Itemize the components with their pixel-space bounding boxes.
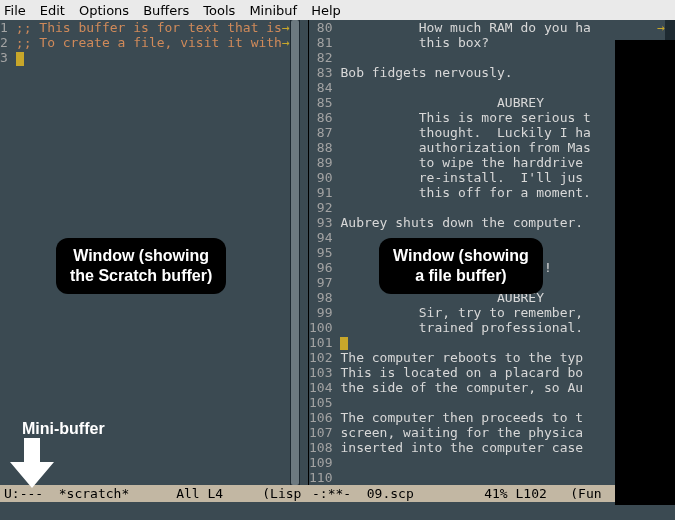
- left-scrollbar-thumb[interactable]: [291, 20, 299, 485]
- annotation-left-line1: Window (showing: [70, 246, 212, 266]
- text-line[interactable]: ;; This buffer is for text that is→: [16, 20, 290, 35]
- wrap-indicator-icon: →: [657, 20, 665, 35]
- annotation-right-line2: a file buffer): [393, 266, 529, 286]
- text-line[interactable]: ;; To create a file, visit it with→: [16, 35, 290, 50]
- left-gutter: 123: [0, 20, 16, 485]
- menu-edit[interactable]: Edit: [40, 3, 65, 18]
- workspace: 123 ;; This buffer is for text that is→;…: [0, 20, 675, 485]
- text-line[interactable]: How much RAM do you ha→: [340, 20, 665, 35]
- scratch-window[interactable]: 123 ;; This buffer is for text that is→;…: [0, 20, 308, 485]
- left-scrollbar[interactable]: [290, 20, 300, 485]
- annotation-right-line1: Window (showing: [393, 246, 529, 266]
- menu-tools[interactable]: Tools: [203, 3, 235, 18]
- minibuffer[interactable]: M-x screenwriter-mo: [0, 502, 675, 520]
- menu-help[interactable]: Help: [311, 3, 341, 18]
- arrow-down-icon: [10, 438, 54, 488]
- menu-options[interactable]: Options: [79, 3, 129, 18]
- black-strip: [615, 40, 675, 505]
- mode-lines: U:--- *scratch* All L4 (Lisp -:**- 09.sc…: [0, 485, 675, 502]
- menubar: File Edit Options Buffers Tools Minibuf …: [0, 0, 675, 20]
- annotation-left-line2: the Scratch buffer): [70, 266, 212, 286]
- menu-file[interactable]: File: [4, 3, 26, 18]
- right-gutter: 8081828384858687888990919293949596979899…: [309, 20, 340, 485]
- menu-minibuf[interactable]: Minibuf: [249, 3, 297, 18]
- wrap-indicator-icon: →: [282, 20, 290, 35]
- text-line[interactable]: [16, 50, 290, 66]
- wrap-indicator-icon: →: [282, 35, 290, 50]
- annotation-right: Window (showing a file buffer): [379, 238, 543, 294]
- cursor: [340, 337, 348, 351]
- menu-buffers[interactable]: Buffers: [143, 3, 189, 18]
- minibuffer-label: Mini-buffer: [22, 420, 105, 438]
- cursor: [16, 52, 24, 66]
- annotation-left: Window (showing the Scratch buffer): [56, 238, 226, 294]
